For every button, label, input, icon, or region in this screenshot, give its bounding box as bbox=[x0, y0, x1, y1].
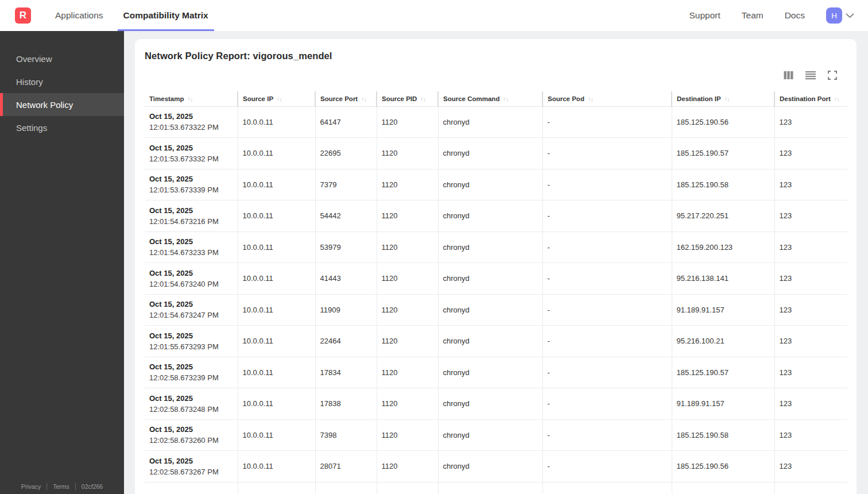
column-header-source-pid[interactable]: Source PID↑↓ bbox=[377, 91, 438, 106]
cell-destination-ip bbox=[672, 482, 774, 494]
cell-source-pod: - bbox=[542, 263, 672, 295]
nav-links: SupportTeamDocs bbox=[689, 10, 805, 21]
cell-destination-ip: 185.125.190.56 bbox=[672, 451, 774, 483]
column-label: Destination Port bbox=[780, 95, 831, 102]
tab-applications[interactable]: Applications bbox=[49, 0, 109, 31]
tab-compatibility-matrix[interactable]: Compatibility Matrix bbox=[118, 0, 214, 31]
cell-destination-port: 123 bbox=[774, 294, 847, 326]
cell-timestamp: Oct 15, 202512:01:54.673216 PM bbox=[145, 200, 238, 232]
column-label: Source Port bbox=[320, 95, 358, 102]
cell-source-ip: 10.0.0.11 bbox=[238, 106, 315, 138]
cell-source-ip: 10.0.0.11 bbox=[238, 326, 315, 357]
cell-source-pid: 1120 bbox=[377, 357, 438, 388]
cell-source-pid: 1120 bbox=[377, 106, 438, 138]
table-row: Oct 15, 202512:01:53.673332 PM10.0.0.112… bbox=[145, 138, 847, 169]
cell-destination-ip: 162.159.200.123 bbox=[672, 231, 774, 263]
cell-source-pid: 1120 bbox=[377, 326, 438, 357]
footer-item-terms[interactable]: Terms bbox=[53, 483, 69, 490]
avatar[interactable]: H bbox=[826, 7, 842, 24]
timestamp-time: 12:01:53.673332 PM bbox=[149, 155, 233, 163]
column-header-source-command[interactable]: Source Command↑↓ bbox=[438, 91, 542, 106]
cell-source-pid: 1120 bbox=[377, 263, 438, 295]
cell-source-command: chronyd bbox=[438, 419, 542, 451]
cell-source-command: chronyd bbox=[438, 138, 542, 169]
cell-destination-port: 123 bbox=[774, 200, 847, 232]
column-header-source-ip[interactable]: Source IP↑↓ bbox=[238, 91, 315, 106]
cell-source-command: chronyd bbox=[438, 294, 542, 326]
timestamp-time: 12:01:54.673247 PM bbox=[149, 311, 233, 319]
sidebar-item-network-policy[interactable]: Network Policy bbox=[0, 93, 124, 116]
cell-source-command: chronyd bbox=[438, 326, 542, 357]
timestamp-date: Oct 15, 2025 bbox=[149, 269, 233, 277]
cell-timestamp: Oct 15, 2025 bbox=[145, 482, 238, 494]
cell-source-pod: - bbox=[542, 294, 672, 326]
column-label: Timestamp bbox=[149, 95, 184, 102]
table-row: Oct 15, 2025 bbox=[145, 482, 847, 494]
cell-destination-ip: 91.189.91.157 bbox=[672, 388, 774, 420]
timestamp-date: Oct 15, 2025 bbox=[149, 175, 233, 183]
footer-item-02cf266: 02cf266 bbox=[82, 483, 103, 490]
cell-source-port: 22695 bbox=[315, 138, 377, 169]
cell-destination-port: 123 bbox=[774, 263, 847, 295]
cell-source-command: chronyd bbox=[438, 231, 542, 263]
column-label: Source PID bbox=[382, 95, 417, 102]
cell-source-command: chronyd bbox=[438, 200, 542, 232]
nav-link-docs[interactable]: Docs bbox=[785, 10, 805, 21]
cell-destination-port: 123 bbox=[774, 451, 847, 483]
sidebar-item-history[interactable]: History bbox=[0, 70, 124, 93]
timestamp-time: 12:02:58.673260 PM bbox=[149, 436, 233, 445]
chevron-down-icon[interactable] bbox=[846, 13, 854, 18]
column-header-destination-ip[interactable]: Destination IP↑↓ bbox=[672, 91, 774, 106]
sidebar-nav: OverviewHistoryNetwork PolicySettings bbox=[0, 31, 124, 139]
top-nav: R ApplicationsCompatibility Matrix Suppo… bbox=[0, 0, 868, 31]
cell-timestamp: Oct 15, 202512:01:54.673247 PM bbox=[145, 294, 238, 326]
column-header-source-port[interactable]: Source Port↑↓ bbox=[315, 91, 377, 106]
cell-destination-ip: 185.125.190.57 bbox=[672, 138, 774, 169]
footer-item-privacy[interactable]: Privacy bbox=[21, 483, 41, 490]
cell-timestamp: Oct 15, 202512:02:58.673267 PM bbox=[145, 451, 238, 483]
column-header-destination-port[interactable]: Destination Port↑↓ bbox=[774, 91, 847, 106]
footer-divider bbox=[46, 483, 47, 490]
nav-link-support[interactable]: Support bbox=[689, 10, 720, 21]
cell-destination-ip: 91.189.91.157 bbox=[672, 294, 774, 326]
list-view-icon[interactable] bbox=[805, 70, 816, 80]
cell-source-ip: 10.0.0.11 bbox=[238, 200, 315, 232]
user-menu[interactable]: H bbox=[826, 7, 854, 24]
timestamp-date: Oct 15, 2025 bbox=[149, 237, 233, 246]
timestamp-date: Oct 15, 2025 bbox=[149, 457, 233, 465]
column-label: Destination IP bbox=[677, 95, 721, 102]
column-label: Source IP bbox=[243, 95, 273, 102]
cell-destination-port: 123 bbox=[774, 169, 847, 200]
cell-source-ip: 10.0.0.11 bbox=[238, 388, 315, 420]
sort-icon: ↑↓ bbox=[188, 95, 193, 102]
sidebar-item-overview[interactable]: Overview bbox=[0, 47, 124, 70]
sort-icon: ↑↓ bbox=[503, 95, 508, 102]
cell-source-port: 22464 bbox=[315, 326, 377, 357]
cell-timestamp: Oct 15, 202512:02:58.673239 PM bbox=[145, 357, 238, 388]
cell-timestamp: Oct 15, 202512:01:53.673339 PM bbox=[145, 169, 238, 200]
timestamp-date: Oct 15, 2025 bbox=[149, 112, 233, 121]
cell-source-pid: 1120 bbox=[377, 294, 438, 326]
cell-source-port: 54442 bbox=[315, 200, 377, 232]
column-view-icon[interactable] bbox=[784, 70, 793, 80]
sidebar-footer: PrivacyTerms02cf266 bbox=[0, 483, 124, 490]
timestamp-date: Oct 15, 2025 bbox=[149, 394, 233, 403]
sidebar-item-settings[interactable]: Settings bbox=[0, 116, 124, 139]
app-logo[interactable]: R bbox=[15, 7, 31, 24]
column-header-source-pod[interactable]: Source Pod↑↓ bbox=[542, 91, 672, 106]
column-header-timestamp[interactable]: Timestamp↑↓ bbox=[145, 91, 238, 106]
nav-link-team[interactable]: Team bbox=[742, 10, 764, 21]
timestamp-date: Oct 15, 2025 bbox=[149, 331, 233, 340]
timestamp-time: 12:01:54.673216 PM bbox=[149, 217, 233, 226]
cell-source-ip: 10.0.0.11 bbox=[238, 451, 315, 483]
cell-source-pod: - bbox=[542, 388, 672, 420]
cell-source-port: 17834 bbox=[315, 357, 377, 388]
table-row: Oct 15, 202512:01:53.673339 PM10.0.0.117… bbox=[145, 169, 847, 200]
table-row: Oct 15, 202512:01:53.673322 PM10.0.0.116… bbox=[145, 106, 847, 138]
cell-destination-ip: 185.125.190.58 bbox=[672, 169, 774, 200]
fullscreen-icon[interactable] bbox=[828, 70, 837, 80]
cell-destination-ip: 185.125.190.57 bbox=[672, 357, 774, 388]
cell-source-pid: 1120 bbox=[377, 138, 438, 169]
sidebar: OverviewHistoryNetwork PolicySettings Pr… bbox=[0, 31, 124, 494]
timestamp-time: 12:01:54.673240 PM bbox=[149, 280, 233, 288]
